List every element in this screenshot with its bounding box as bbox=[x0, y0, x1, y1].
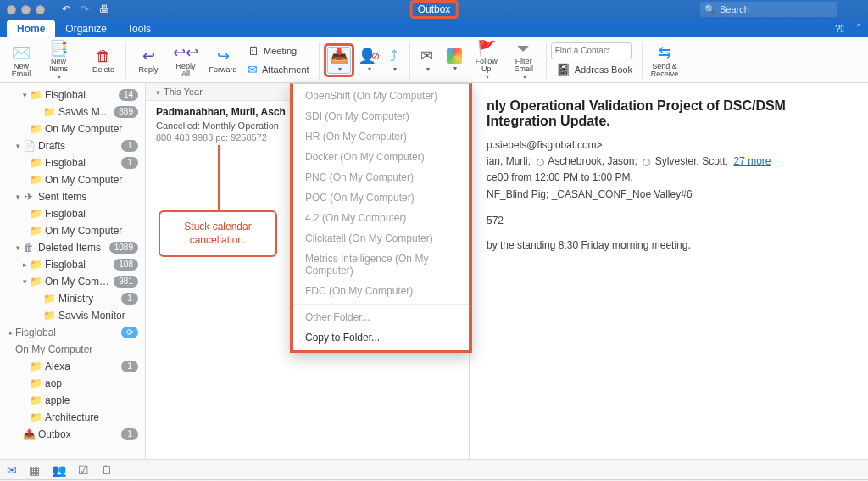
reading-subject: nly Operational Validation Project of DS… bbox=[487, 98, 851, 129]
folder-icon: 📁 bbox=[29, 174, 42, 186]
menu-item[interactable]: POC (On My Computer) bbox=[293, 187, 469, 208]
forward-button[interactable]: ↪Forward bbox=[205, 39, 241, 81]
help-icon[interactable]: ?⃝ bbox=[830, 23, 849, 37]
folder-icon: 📁 bbox=[29, 378, 42, 389]
move-button[interactable]: 📥 bbox=[327, 47, 351, 74]
sidebar-item-label: Alexa bbox=[45, 361, 121, 372]
menu-item[interactable]: Copy to Folder... bbox=[293, 327, 469, 348]
count-badge: 1 bbox=[121, 293, 138, 305]
sidebar-item[interactable]: On My Computer bbox=[0, 341, 145, 358]
sidebar-item[interactable]: 📁Ministry1 bbox=[0, 290, 145, 307]
bottom-nav: ✉ ▦ 👥 ☑ 🗒 bbox=[0, 459, 868, 479]
sidebar-item[interactable]: ▸📁Fisglobal108 bbox=[0, 256, 145, 273]
nav-notes-icon[interactable]: 🗒 bbox=[101, 463, 113, 477]
new-email-button[interactable]: ✉️New Email bbox=[3, 39, 39, 81]
nav-calendar-icon[interactable]: ▦ bbox=[29, 463, 40, 477]
print-icon[interactable]: 🖶 bbox=[99, 3, 109, 15]
send-receive-button[interactable]: ⇆Send & Receive bbox=[647, 39, 682, 81]
folder-sidebar[interactable]: ▾📁Fisglobal14📁Savvis Mon…889📁On My Compu… bbox=[0, 83, 146, 459]
minimize-window[interactable] bbox=[21, 5, 31, 14]
menu-item[interactable]: PNC (On My Computer) bbox=[293, 167, 469, 187]
menu-item[interactable]: Clickatell (On My Computer) bbox=[293, 228, 469, 249]
tab-organize[interactable]: Organize bbox=[55, 20, 117, 37]
zoom-window[interactable] bbox=[36, 5, 45, 14]
attachment-button[interactable]: ✉Attachment bbox=[242, 61, 314, 78]
sidebar-item[interactable]: 📁Savvis Monitor bbox=[0, 307, 145, 324]
nav-tasks-icon[interactable]: ☑ bbox=[78, 463, 89, 477]
count-badge: 14 bbox=[119, 89, 138, 101]
folder-icon: 📁 bbox=[29, 394, 42, 406]
sidebar-item[interactable]: 📁Savvis Mon…889 bbox=[0, 103, 145, 120]
menu-item[interactable]: Metrics Intelligence (On My Computer) bbox=[293, 249, 469, 281]
sidebar-item[interactable]: ▸Fisglobal⟳ bbox=[0, 324, 145, 341]
menu-item[interactable]: HR (On My Computer) bbox=[293, 126, 469, 147]
sidebar-item-label: Ministry bbox=[58, 293, 121, 305]
sidebar-item[interactable]: ▾✈Sent Items bbox=[0, 188, 145, 205]
delete-button[interactable]: 🗑Delete bbox=[86, 39, 121, 81]
reading-body: by the standing 8:30 Friday morning meet… bbox=[487, 238, 851, 254]
nav-mail-icon[interactable]: ✉ bbox=[7, 463, 17, 477]
sidebar-item[interactable]: ▾🗑Deleted Items1089 bbox=[0, 239, 145, 256]
reply-all-button[interactable]: ↩↩Reply All bbox=[168, 39, 203, 81]
follow-up-button[interactable]: 🚩Follow Up bbox=[469, 39, 504, 81]
sidebar-item[interactable]: ▾📁On My Compu…981 bbox=[0, 273, 145, 290]
folder-icon: 📁 bbox=[29, 411, 42, 423]
tab-tools[interactable]: Tools bbox=[117, 20, 161, 37]
sidebar-item[interactable]: 📁Alexa1 bbox=[0, 358, 145, 375]
menu-item[interactable]: SDI (On My Computer) bbox=[293, 106, 469, 126]
sidebar-item-label: aop bbox=[45, 378, 138, 389]
sidebar-item[interactable]: 📁Fisglobal bbox=[0, 205, 145, 222]
undo-icon[interactable]: ↶ bbox=[62, 3, 70, 15]
sidebar-item[interactable]: 📁Fisglobal1 bbox=[0, 154, 145, 171]
menu-item[interactable]: FDC (On My Computer) bbox=[293, 281, 469, 301]
unread-button[interactable]: ✉ bbox=[415, 47, 440, 74]
folder-icon: 📁 bbox=[42, 310, 56, 322]
sidebar-item[interactable]: 📤Outbox1 bbox=[0, 426, 145, 443]
sidebar-item[interactable]: 📁apple bbox=[0, 392, 145, 409]
sidebar-item[interactable]: ▾📁Fisglobal14 bbox=[0, 87, 145, 103]
count-badge: 108 bbox=[114, 259, 138, 271]
sidebar-item[interactable]: 📁Architecture bbox=[0, 409, 145, 426]
global-search[interactable]: 🔍 Search bbox=[700, 2, 837, 17]
more-recipients-link[interactable]: 27 more bbox=[734, 155, 771, 167]
meeting-button[interactable]: 🗓Meeting bbox=[242, 42, 314, 59]
sidebar-item-label: Savvis Mon… bbox=[58, 106, 114, 118]
collapse-ribbon-icon[interactable]: ˄ bbox=[849, 23, 868, 37]
menu-item[interactable]: OpenShift (On My Computer) bbox=[293, 86, 469, 106]
count-badge: 981 bbox=[114, 276, 138, 288]
find-contact-input[interactable] bbox=[551, 42, 632, 59]
address-book-button[interactable]: 📓Address Book bbox=[551, 61, 637, 78]
nav-people-icon[interactable]: 👥 bbox=[52, 463, 66, 477]
folder-icon: 📤 bbox=[22, 428, 36, 440]
reading-where: NF_Blind Pig; _CASAN_CONF_Noe Valley#6 bbox=[487, 187, 851, 203]
folder-icon: 📄 bbox=[22, 140, 36, 152]
sidebar-item[interactable]: 📁aop bbox=[0, 375, 145, 392]
sidebar-item[interactable]: 📁On My Computer bbox=[0, 120, 145, 137]
sync-icon: ⟳ bbox=[121, 327, 138, 338]
tab-home[interactable]: Home bbox=[7, 20, 55, 37]
sidebar-item[interactable]: ▾📄Drafts1 bbox=[0, 137, 145, 154]
reading-pane: nly Operational Validation Project of DS… bbox=[470, 83, 868, 459]
redo-icon[interactable]: ↷ bbox=[81, 3, 89, 15]
close-window[interactable] bbox=[7, 5, 16, 14]
sidebar-item-label: Deleted Items bbox=[38, 242, 109, 254]
menu-item[interactable]: Other Folder... bbox=[293, 307, 469, 327]
reading-code: 572 bbox=[487, 213, 851, 229]
menu-item[interactable]: Docker (On My Computer) bbox=[293, 147, 469, 167]
sidebar-item[interactable]: 📁On My Computer bbox=[0, 222, 145, 239]
sidebar-item[interactable]: 📁On My Computer bbox=[0, 171, 145, 188]
new-items-button[interactable]: 📑New Items bbox=[41, 39, 76, 81]
window-controls bbox=[0, 5, 45, 14]
search-placeholder: Search bbox=[720, 4, 749, 14]
sidebar-item-label: Architecture bbox=[45, 411, 138, 423]
menu-item[interactable]: 4.2 (On My Computer) bbox=[293, 208, 469, 228]
count-badge: 1 bbox=[121, 157, 138, 169]
rules-button[interactable]: 👤⊘ bbox=[356, 47, 381, 74]
count-badge: 1089 bbox=[109, 242, 138, 254]
reply-button[interactable]: ↩Reply bbox=[131, 39, 166, 81]
filter-email-button[interactable]: ⏷Filter Email bbox=[506, 39, 542, 81]
folder-icon: 📁 bbox=[29, 276, 42, 288]
junk-button[interactable]: ⤴ bbox=[383, 47, 405, 74]
categorize-button[interactable] bbox=[442, 47, 467, 74]
sidebar-item-label: Fisglobal bbox=[45, 208, 138, 220]
